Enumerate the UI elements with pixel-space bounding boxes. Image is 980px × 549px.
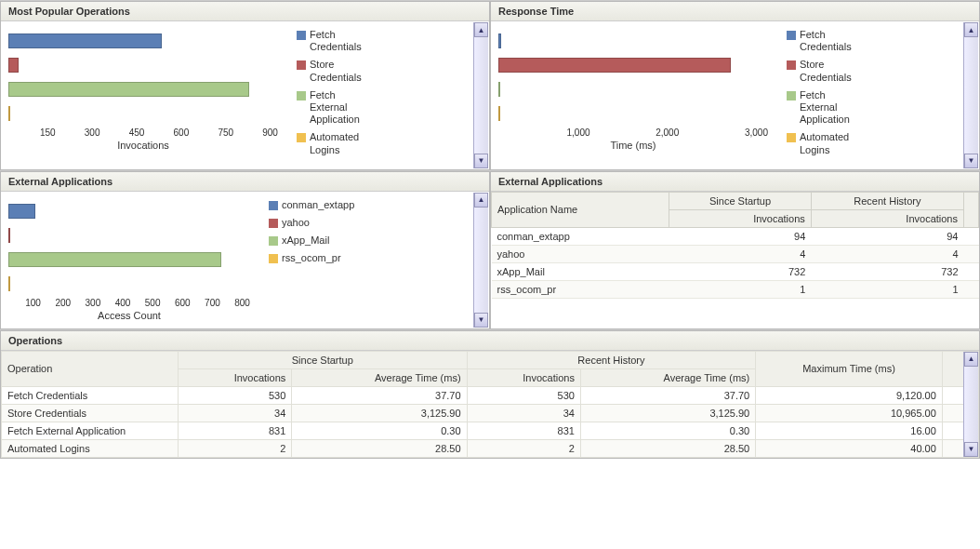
cell-recent-inv: 831 xyxy=(467,422,580,439)
cell-max-time: 9,120.00 xyxy=(756,386,943,404)
external-apps-table: Application Name Since Startup Recent Hi… xyxy=(491,192,979,299)
legend-item: FetchExternalApplication xyxy=(787,89,852,127)
col-since-startup[interactable]: Since Startup xyxy=(179,351,468,368)
bar xyxy=(8,276,10,291)
legend-label: xApp_Mail xyxy=(282,234,329,247)
panel-title: Most Popular Operations xyxy=(1,2,489,21)
col-since-startup[interactable]: Since Startup xyxy=(669,192,811,209)
cell-startup-inv: 94 xyxy=(669,227,811,245)
scrollbar[interactable]: ▲ ▼ xyxy=(473,193,488,328)
legend-item: FetchCredentials xyxy=(297,29,362,53)
legend: conman_extappyahooxApp_Mailrss_ocom_pr xyxy=(269,199,354,321)
x-axis-label: Access Count xyxy=(8,310,250,321)
tick-label: 800 xyxy=(234,298,250,308)
tick-label: 600 xyxy=(174,127,190,138)
cell-startup-inv: 732 xyxy=(669,262,811,280)
cell-startup-inv: 1 xyxy=(669,280,811,298)
scroll-up-icon[interactable]: ▲ xyxy=(964,352,978,367)
cell-recent-inv: 94 xyxy=(811,227,963,245)
tick-label: 600 xyxy=(175,298,191,308)
col-app-name[interactable]: Application Name xyxy=(492,192,669,227)
cell-app-name: rss_ocom_pr xyxy=(492,280,669,298)
scroll-up-icon[interactable]: ▲ xyxy=(474,193,488,208)
scroll-up-icon[interactable]: ▲ xyxy=(964,22,978,37)
scrollbar[interactable]: ▲ ▼ xyxy=(963,352,978,457)
table-row[interactable]: xApp_Mail732732 xyxy=(492,262,979,280)
col-avg-time[interactable]: Average Time (ms) xyxy=(292,368,467,386)
scroll-down-icon[interactable]: ▼ xyxy=(474,313,488,328)
cell-app-name: conman_extapp xyxy=(492,227,669,245)
cell-max-time: 40.00 xyxy=(756,439,943,457)
tick-label: 3,000 xyxy=(745,127,768,138)
tick-label: 400 xyxy=(115,298,131,308)
scrollbar[interactable]: ▲ ▼ xyxy=(963,22,978,168)
legend-label: FetchExternalApplication xyxy=(800,89,850,127)
table-row[interactable]: Fetch External Application8310.308310.30… xyxy=(2,422,979,439)
legend-label: yahoo xyxy=(282,217,310,229)
table-row[interactable]: rss_ocom_pr11 xyxy=(492,280,979,298)
external-apps-chart: 100200300400500600700800 Access Count xyxy=(8,199,250,321)
legend-item: xApp_Mail xyxy=(269,234,354,247)
legend-item: yahoo xyxy=(269,217,354,229)
legend-label: AutomatedLogins xyxy=(800,131,849,155)
col-invocations[interactable]: Invocations xyxy=(467,368,580,386)
cell-max-time: 16.00 xyxy=(756,422,943,439)
scroll-down-icon[interactable]: ▼ xyxy=(964,442,978,457)
cell-startup-inv: 34 xyxy=(179,404,292,422)
table-row[interactable]: Automated Logins228.50228.5040.00 xyxy=(2,439,979,457)
cell-recent-inv: 732 xyxy=(811,262,963,280)
cell-app-name: yahoo xyxy=(492,245,669,262)
cell-startup-avg: 37.70 xyxy=(292,386,467,404)
scroll-down-icon[interactable]: ▼ xyxy=(964,154,978,168)
col-invocations[interactable]: Invocations xyxy=(811,209,963,227)
legend-swatch xyxy=(787,60,796,70)
col-operation[interactable]: Operation xyxy=(2,351,179,386)
cell-operation: Fetch External Application xyxy=(2,422,179,439)
tick-label: 2,000 xyxy=(656,127,679,138)
tick-label: 300 xyxy=(85,127,100,138)
legend-label: StoreCredentials xyxy=(800,59,852,83)
cell-startup-inv: 2 xyxy=(179,439,292,457)
bar xyxy=(498,33,501,48)
legend-item: AutomatedLogins xyxy=(297,131,362,155)
cell-operation: Fetch Credentials xyxy=(2,386,179,404)
scroll-down-icon[interactable]: ▼ xyxy=(474,154,488,168)
legend-item: StoreCredentials xyxy=(787,59,852,83)
col-recent-history[interactable]: Recent History xyxy=(811,192,963,209)
legend-swatch xyxy=(269,219,278,228)
table-row[interactable]: Store Credentials343,125.90343,125.9010,… xyxy=(2,404,979,422)
cell-app-name: xApp_Mail xyxy=(492,262,669,280)
scroll-up-icon[interactable]: ▲ xyxy=(474,22,488,37)
x-axis-label: Time (ms) xyxy=(498,140,768,151)
panel-title: Response Time xyxy=(491,2,979,21)
legend-swatch xyxy=(297,133,306,142)
table-row[interactable]: conman_extapp9494 xyxy=(492,227,979,245)
legend: FetchCredentialsStoreCredentialsFetchExt… xyxy=(787,29,852,162)
col-invocations[interactable]: Invocations xyxy=(179,368,292,386)
external-apps-table-panel: External Applications Application Name S… xyxy=(490,171,980,329)
col-max-time[interactable]: Maximum Time (ms) xyxy=(756,351,943,386)
cell-startup-inv: 831 xyxy=(179,422,292,439)
legend-swatch xyxy=(787,31,796,40)
panel-title: External Applications xyxy=(1,172,489,192)
table-row[interactable]: Fetch Credentials53037.7053037.709,120.0… xyxy=(2,386,979,404)
legend-label: conman_extapp xyxy=(282,199,354,211)
legend-label: AutomatedLogins xyxy=(310,131,359,155)
legend-label: StoreCredentials xyxy=(310,59,362,83)
col-invocations[interactable]: Invocations xyxy=(669,209,811,227)
tick-label: 700 xyxy=(205,298,220,308)
legend-item: rss_ocom_pr xyxy=(269,252,354,264)
col-recent-history[interactable]: Recent History xyxy=(467,351,756,368)
table-row[interactable]: yahoo44 xyxy=(492,245,979,262)
tick-label: 200 xyxy=(55,298,71,308)
bar xyxy=(8,252,221,267)
col-avg-time[interactable]: Average Time (ms) xyxy=(580,368,755,386)
cell-recent-inv: 530 xyxy=(467,386,580,404)
scrollbar[interactable]: ▲ ▼ xyxy=(473,22,488,168)
bar xyxy=(8,33,162,48)
legend-swatch xyxy=(297,31,306,40)
cell-operation: Automated Logins xyxy=(2,439,179,457)
legend-item: FetchExternalApplication xyxy=(297,89,362,127)
cell-recent-inv: 1 xyxy=(811,280,963,298)
popular-operations-chart: 150300450600750900 Invocations xyxy=(8,29,278,162)
